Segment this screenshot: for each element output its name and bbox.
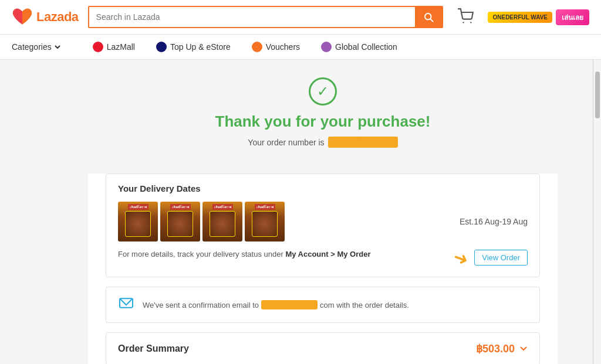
order-number-line: Your order number is hidden (65, 137, 581, 148)
nav-item-topup[interactable]: Top Up & eStore (146, 35, 241, 59)
email-text: We've sent a confirmation email to hidde… (143, 300, 409, 309)
logo-text: Lazada (36, 9, 79, 25)
thumb-img-3 (210, 211, 235, 237)
order-number-value: hidden (328, 137, 398, 148)
nav-global-label: Global Collection (335, 42, 397, 52)
check-circle-icon: ✓ (309, 77, 337, 106)
order-number-prefix: Your order number is (248, 138, 324, 147)
delivery-title: Your Delivery Dates (118, 183, 528, 193)
promo-badge-play[interactable]: เล่นเลย (556, 9, 589, 25)
thumb-label-1: เส้นหมี่โคราช (128, 204, 148, 210)
nav-item-global[interactable]: Global Collection (310, 35, 408, 59)
nav-item-lazmall[interactable]: LazMall (82, 35, 146, 59)
envelope-icon (118, 297, 134, 309)
thumb-img-2 (167, 211, 193, 237)
svg-line-1 (431, 19, 433, 21)
cart-icon-svg (457, 8, 474, 25)
thumb-img-1 (125, 211, 151, 237)
thumb-label-3: เส้นหมี่โคราช (212, 204, 233, 210)
thank-you-section: ✓ Thank you for your purchase! Your orde… (53, 60, 593, 164)
track-text-bold: My Account > My Order (285, 250, 370, 258)
search-bar (88, 6, 444, 28)
thumb-img-4 (252, 211, 278, 237)
categories-label: Categories (12, 42, 52, 52)
sidebar-left (0, 60, 53, 364)
nav-bar: Categories LazMall Top Up & eStore Vouch… (0, 35, 601, 60)
nav-vouchers-label: Vouchers (266, 42, 300, 52)
global-dot (321, 42, 332, 52)
promo-badges: ONEDERFUL WAVE เล่นเลย (488, 9, 589, 25)
scrollbar-thumb[interactable] (595, 72, 600, 118)
logo[interactable]: Lazada (12, 8, 79, 26)
nav-lazmall-label: LazMall (107, 42, 135, 52)
email-text-suffix: com with the order details. (320, 301, 409, 309)
svg-point-2 (463, 22, 464, 23)
delivery-section: Your Delivery Dates เส้นหมี่โคราช (106, 174, 540, 277)
email-text-prefix: We've sent a confirmation email to (143, 301, 259, 309)
header: Lazada ONEDERFUL WAVE เล่นเลย (0, 0, 601, 35)
nav-item-vouchers[interactable]: Vouchers (241, 35, 310, 59)
topup-dot (156, 42, 167, 52)
page-wrapper: ✓ Thank you for your purchase! Your orde… (0, 60, 601, 364)
logo-icon (12, 8, 33, 26)
delivery-arrow-row: For more details, track your delivery st… (118, 250, 528, 267)
thumb-label-4: เส้นหมี่โคราช (255, 204, 275, 210)
order-summary-label: Order Summary (118, 343, 189, 354)
search-button[interactable] (415, 7, 442, 27)
categories-button[interactable]: Categories (12, 35, 70, 59)
lazmall-dot (93, 42, 103, 52)
email-address: hidden (261, 300, 318, 309)
track-text-prefix: For more details, track your delivery st… (118, 250, 285, 258)
search-input[interactable] (89, 8, 416, 26)
chevron-down-icon (54, 43, 61, 50)
email-section: We've sent a confirmation email to hidde… (106, 287, 540, 323)
nav-items: LazMall Top Up & eStore Vouchers Global … (82, 35, 408, 59)
order-summary-amount: ฿503.00 (476, 342, 528, 355)
vouchers-dot (252, 42, 262, 52)
product-thumb-1: เส้นหมี่โคราช (118, 202, 158, 241)
order-summary-bar[interactable]: Order Summary ฿503.00 (106, 332, 540, 364)
promo-badge-onederful: ONEDERFUL WAVE (488, 12, 552, 23)
cart-icon[interactable] (457, 8, 474, 26)
delivery-row: เส้นหมี่โคราช เส้นหมี่โคราช (118, 202, 528, 241)
order-amount-value: ฿503.00 (476, 342, 515, 355)
product-thumb-3: เส้นหมี่โคราช (202, 202, 242, 241)
center-content: ✓ Thank you for your purchase! Your orde… (53, 60, 593, 364)
product-thumbs: เส้นหมี่โคราช เส้นหมี่โคราช (118, 202, 285, 241)
delivery-track-text: For more details, track your delivery st… (118, 250, 448, 258)
thank-you-title: Thank you for your purchase! (65, 113, 581, 131)
chevron-down-icon (519, 345, 528, 353)
arrow-icon: ➜ (451, 248, 471, 270)
search-icon (423, 12, 434, 22)
delivery-est: Est.16 Aug-19 Aug (460, 217, 528, 226)
view-order-button[interactable]: View Order (474, 250, 528, 266)
product-thumb-4: เส้นหมี่โคราช (245, 202, 285, 241)
email-icon (118, 297, 134, 313)
thumb-label-2: เส้นหมี่โคราช (170, 204, 191, 210)
product-thumb-2: เส้นหมี่โคราช (160, 202, 200, 241)
sidebar-right (593, 60, 601, 364)
svg-point-3 (471, 22, 472, 23)
nav-topup-label: Top Up & eStore (170, 42, 231, 52)
